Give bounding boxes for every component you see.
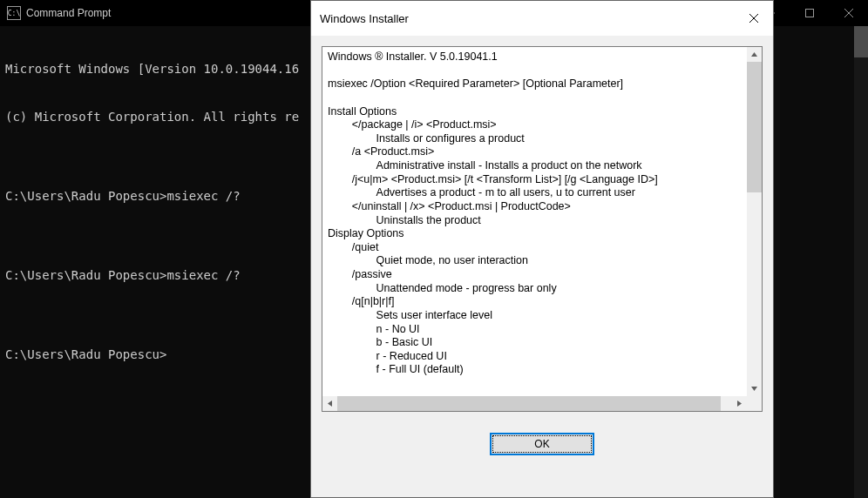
windows-installer-dialog: Windows Installer Windows ® Installer. V…	[310, 0, 774, 498]
vertical-scroll-thumb[interactable]	[747, 62, 762, 192]
dialog-titlebar[interactable]: Windows Installer	[311, 1, 773, 36]
scroll-up-arrow[interactable]	[747, 47, 762, 62]
dialog-button-row: OK	[322, 412, 763, 471]
scroll-down-arrow[interactable]	[747, 381, 762, 396]
maximize-button[interactable]	[790, 0, 829, 26]
cmd-icon: C:\	[7, 6, 21, 20]
cmd-scroll-thumb[interactable]	[854, 26, 868, 57]
ok-button[interactable]: OK	[490, 433, 594, 455]
vertical-scrollbar[interactable]	[747, 47, 762, 396]
scroll-left-arrow[interactable]	[322, 396, 337, 411]
cmd-title: Command Prompt	[26, 7, 111, 19]
horizontal-scrollbar[interactable]	[322, 396, 762, 411]
horizontal-scroll-thumb[interactable]	[337, 396, 721, 411]
dialog-title: Windows Installer	[320, 12, 409, 25]
scroll-right-arrow[interactable]	[732, 396, 747, 411]
svg-rect-1	[805, 10, 813, 17]
dialog-close-button[interactable]	[734, 1, 773, 36]
scroll-gripper	[747, 396, 762, 411]
close-button[interactable]	[829, 0, 868, 26]
help-textbox-wrapper: Windows ® Installer. V 5.0.19041.1 msiex…	[322, 46, 763, 412]
cmd-scrollbar[interactable]	[854, 26, 868, 498]
dialog-content: Windows ® Installer. V 5.0.19041.1 msiex…	[311, 36, 773, 497]
help-textbox[interactable]: Windows ® Installer. V 5.0.19041.1 msiex…	[322, 47, 762, 396]
